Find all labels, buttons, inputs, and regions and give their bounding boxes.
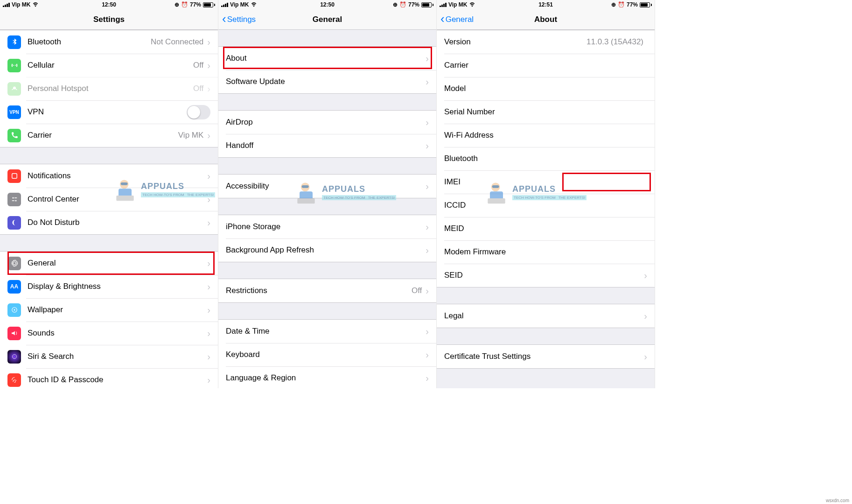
row-bluetooth[interactable]: Bluetooth Not Connected › (0, 30, 218, 54)
row-label: SEID (444, 271, 644, 280)
chevron-right-icon: › (644, 351, 647, 362)
row-do-not-disturb[interactable]: Do Not Disturb › (0, 211, 218, 234)
row-carrier[interactable]: Carrier (437, 54, 655, 77)
chevron-right-icon: › (207, 305, 210, 315)
row-model[interactable]: Model (437, 77, 655, 100)
row-iphone-storage[interactable]: iPhone Storage› (218, 215, 436, 238)
fingerprint-icon (7, 373, 21, 387)
row-serial-number[interactable]: Serial Number (437, 100, 655, 124)
battery-pct: 77% (190, 1, 201, 8)
row-vpn[interactable]: VPN VPN (0, 100, 218, 124)
vpn-toggle[interactable] (187, 105, 210, 119)
row-label: Keyboard (226, 350, 426, 359)
alarm-icon: ⏰ (181, 1, 188, 8)
row-label: Version (444, 37, 587, 47)
svg-point-3 (15, 200, 16, 202)
row-control-center[interactable]: Control Center › (0, 188, 218, 211)
nav-back-button[interactable]: ‹Settings (222, 15, 256, 24)
row-label: IMEI (444, 177, 647, 187)
row-label: Personal Hotspot (28, 84, 193, 93)
row-background-app-refresh[interactable]: Background App Refresh› (218, 238, 436, 262)
row-detail: 11.0.3 (15A432) (587, 37, 643, 47)
chevron-left-icon: ‹ (440, 16, 445, 22)
row-detail: Not Connected (151, 37, 203, 47)
chevron-right-icon: › (207, 328, 210, 339)
wifi-icon (251, 2, 257, 7)
nav-title: Settings (93, 15, 125, 24)
status-bar: Vip MK 12:51 ⊕ ⏰ 77% (437, 0, 655, 9)
row-software-update[interactable]: Software Update› (218, 70, 436, 93)
chevron-right-icon: › (426, 140, 429, 151)
nav-title: General (313, 15, 342, 24)
gear-icon (7, 257, 21, 270)
row-touchid-passcode[interactable]: Touch ID & Passcode › (0, 368, 218, 388)
control-center-icon (7, 193, 21, 206)
row-label: Bluetooth (444, 154, 647, 163)
row-modem-firmware[interactable]: Modem Firmware (437, 240, 655, 264)
row-imei[interactable]: IMEI (437, 170, 655, 194)
status-bar: Vip MK 12:50 ⊕ ⏰ 77% (218, 0, 436, 9)
status-time: 12:50 (320, 1, 335, 8)
nav-back-button[interactable]: ‹General (440, 15, 474, 24)
row-date-time[interactable]: Date & Time› (218, 320, 436, 343)
chevron-right-icon: › (426, 77, 429, 87)
signal-icon (440, 2, 447, 7)
row-legal[interactable]: Legal› (437, 304, 655, 328)
screen-about: Vip MK 12:51 ⊕ ⏰ 77% ‹General About Vers… (437, 0, 655, 388)
row-bluetooth-address[interactable]: Bluetooth (437, 147, 655, 170)
svg-point-7 (12, 355, 16, 359)
row-label: Do Not Disturb (28, 218, 207, 227)
chevron-right-icon: › (207, 194, 210, 205)
row-label: VPN (28, 107, 187, 117)
row-notifications[interactable]: Notifications › (0, 164, 218, 188)
chevron-right-icon: › (207, 37, 210, 48)
row-label: Language & Region (226, 373, 426, 383)
chevron-right-icon: › (207, 84, 210, 94)
row-certificate-trust[interactable]: Certificate Trust Settings› (437, 345, 655, 368)
row-cellular[interactable]: Cellular Off › (0, 54, 218, 77)
rotation-lock-icon: ⊕ (611, 1, 616, 8)
status-time: 12:50 (102, 1, 116, 8)
row-meid[interactable]: MEID (437, 217, 655, 240)
row-seid[interactable]: SEID› (437, 264, 655, 287)
row-label: Accessibility (226, 182, 426, 191)
row-keyboard[interactable]: Keyboard› (218, 343, 436, 366)
row-airdrop[interactable]: AirDrop› (218, 111, 436, 134)
row-siri-search[interactable]: Siri & Search › (0, 345, 218, 368)
source-footer: wsxdn.com (826, 498, 849, 503)
alarm-icon: ⏰ (618, 1, 625, 8)
svg-point-6 (14, 309, 15, 311)
status-carrier: Vip MK (12, 1, 30, 8)
chevron-right-icon: › (207, 60, 210, 71)
row-label: Certificate Trust Settings (444, 352, 644, 361)
row-carrier[interactable]: Carrier Vip MK › (0, 124, 218, 147)
chevron-right-icon: › (426, 373, 429, 384)
row-about[interactable]: About› (218, 47, 436, 70)
svg-rect-2 (14, 197, 17, 198)
row-iccid[interactable]: ICCID (437, 194, 655, 217)
row-handoff[interactable]: Handoff› (218, 134, 436, 157)
nav-back-label: Settings (227, 15, 256, 24)
nav-bar: Settings (0, 9, 218, 30)
row-accessibility[interactable]: Accessibility› (218, 175, 436, 198)
row-label: ICCID (444, 201, 647, 210)
row-label: Wallpaper (28, 305, 207, 315)
row-general[interactable]: General › (0, 252, 218, 275)
row-display-brightness[interactable]: AA Display & Brightness › (0, 275, 218, 298)
row-language-region[interactable]: Language & Region› (218, 366, 436, 388)
row-label: Legal (444, 311, 644, 321)
row-label: Control Center (28, 195, 207, 204)
status-time: 12:51 (538, 1, 553, 8)
row-personal-hotspot[interactable]: Personal Hotspot Off › (0, 77, 218, 100)
row-restrictions[interactable]: RestrictionsOff› (218, 279, 436, 302)
chevron-right-icon: › (207, 171, 210, 182)
row-sounds[interactable]: Sounds › (0, 322, 218, 345)
chevron-right-icon: › (207, 281, 210, 292)
row-wallpaper[interactable]: Wallpaper › (0, 298, 218, 322)
chevron-right-icon: › (426, 245, 429, 256)
row-version[interactable]: Version11.0.3 (15A432) (437, 30, 655, 54)
row-wifi-address[interactable]: Wi-Fi Address (437, 124, 655, 147)
notifications-icon (7, 169, 21, 183)
row-label: iPhone Storage (226, 222, 426, 231)
row-label: Date & Time (226, 327, 426, 336)
